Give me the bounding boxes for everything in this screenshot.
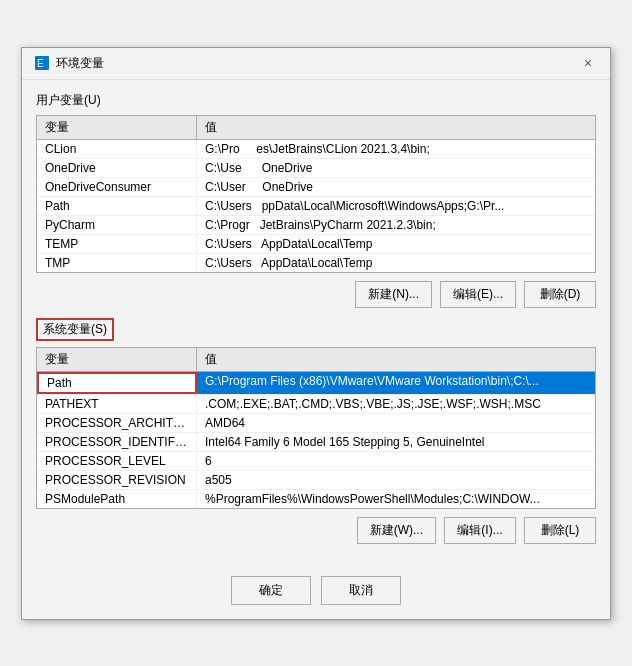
table-row[interactable]: PROCESSOR_IDENTIFIER Intel64 Family 6 Mo… [37, 433, 595, 452]
row-var: TEMP [37, 235, 197, 253]
row-val: C:\Users ppData\Local\Microsoft\WindowsA… [197, 197, 595, 215]
user-section-title: 用户变量(U) [36, 92, 596, 109]
table-row[interactable]: PROCESSOR_REVISION a505 [37, 471, 595, 490]
user-variables-table: 变量 值 CLion G:\Pro es\JetBrains\CLion 202… [36, 115, 596, 273]
table-row[interactable]: TMP C:\Users AppData\Local\Temp [37, 254, 595, 272]
system-edit-button[interactable]: 编辑(I)... [444, 517, 516, 544]
row-var: OneDriveConsumer [37, 178, 197, 196]
user-button-row: 新建(N)... 编辑(E)... 删除(D) [36, 281, 596, 308]
row-val: G:\Pro es\JetBrains\CLion 2021.3.4\bin; [197, 140, 595, 158]
row-var: PROCESSOR_LEVEL [37, 452, 197, 470]
row-val: C:\User OneDrive [197, 178, 595, 196]
dialog-title: 环境变量 [56, 55, 104, 72]
system-table-header: 变量 值 [37, 348, 595, 372]
table-row[interactable]: PROCESSOR_LEVEL 6 [37, 452, 595, 471]
close-button[interactable]: × [578, 53, 598, 73]
user-delete-button[interactable]: 删除(D) [524, 281, 596, 308]
row-val: C:\Progr JetBrains\PyCharm 2021.2.3\bin; [197, 216, 595, 234]
table-row[interactable]: PROCESSOR_ARCHITECT... AMD64 [37, 414, 595, 433]
row-var: OneDrive [37, 159, 197, 177]
system-variables-section: 系统变量(S) 变量 值 Path G:\Program Files (x86)… [36, 318, 596, 544]
row-val: C:\Users AppData\Local\Temp [197, 254, 595, 272]
row-val: C:\Use OneDrive [197, 159, 595, 177]
system-button-row: 新建(W)... 编辑(I)... 删除(L) [36, 517, 596, 544]
system-header-val: 值 [197, 348, 595, 371]
system-delete-button[interactable]: 删除(L) [524, 517, 596, 544]
row-var: PROCESSOR_IDENTIFIER [37, 433, 197, 451]
user-header-var: 变量 [37, 116, 197, 139]
table-row[interactable]: Path G:\Program Files (x86)\VMware\VMwar… [37, 372, 595, 395]
path-row-val: G:\Program Files (x86)\VMware\VMware Wor… [197, 372, 595, 394]
title-bar: E 环境变量 × [22, 48, 610, 80]
dialog-body: 用户变量(U) 变量 值 CLion G:\Pro es\JetBrains\C… [22, 80, 610, 566]
table-row[interactable]: Path C:\Users ppData\Local\Microsoft\Win… [37, 197, 595, 216]
user-variables-section: 用户变量(U) 变量 值 CLion G:\Pro es\JetBrains\C… [36, 92, 596, 308]
system-header-var: 变量 [37, 348, 197, 371]
table-row[interactable]: OneDrive C:\Use OneDrive [37, 159, 595, 178]
row-var: PROCESSOR_ARCHITECT... [37, 414, 197, 432]
table-row[interactable]: PyCharm C:\Progr JetBrains\PyCharm 2021.… [37, 216, 595, 235]
path-row-var: Path [37, 372, 197, 394]
user-new-button[interactable]: 新建(N)... [355, 281, 432, 308]
row-var: CLion [37, 140, 197, 158]
row-var: PSModulePath [37, 490, 197, 508]
row-val: %ProgramFiles%\WindowsPowerShell\Modules… [197, 490, 595, 508]
table-row[interactable]: TEMP C:\Users AppData\Local\Temp [37, 235, 595, 254]
svg-text:E: E [37, 58, 44, 69]
row-val: .COM;.EXE;.BAT;.CMD;.VBS;.VBE;.JS;.JSE;.… [197, 395, 595, 413]
row-var: PROCESSOR_REVISION [37, 471, 197, 489]
user-edit-button[interactable]: 编辑(E)... [440, 281, 516, 308]
row-val: a505 [197, 471, 595, 489]
table-row[interactable]: CLion G:\Pro es\JetBrains\CLion 2021.3.4… [37, 140, 595, 159]
row-var: Path [37, 197, 197, 215]
row-val: Intel64 Family 6 Model 165 Stepping 5, G… [197, 433, 595, 451]
user-header-val: 值 [197, 116, 595, 139]
row-val: C:\Users AppData\Local\Temp [197, 235, 595, 253]
user-table-header: 变量 值 [37, 116, 595, 140]
system-section-title-box: 系统变量(S) [36, 318, 114, 341]
system-new-button[interactable]: 新建(W)... [357, 517, 436, 544]
cancel-button[interactable]: 取消 [321, 576, 401, 605]
table-row[interactable]: OneDriveConsumer C:\User OneDrive [37, 178, 595, 197]
table-row[interactable]: PSModulePath %ProgramFiles%\WindowsPower… [37, 490, 595, 508]
row-var: PATHEXT [37, 395, 197, 413]
ok-button[interactable]: 确定 [231, 576, 311, 605]
table-row[interactable]: PATHEXT .COM;.EXE;.BAT;.CMD;.VBS;.VBE;.J… [37, 395, 595, 414]
row-var: PyCharm [37, 216, 197, 234]
environment-variables-dialog: E 环境变量 × 用户变量(U) 变量 值 CLion G:\Pro es\Je… [21, 47, 611, 620]
row-val: AMD64 [197, 414, 595, 432]
system-section-title: 系统变量(S) [43, 322, 107, 336]
row-var: TMP [37, 254, 197, 272]
system-variables-table: 变量 值 Path G:\Program Files (x86)\VMware\… [36, 347, 596, 509]
dialog-icon: E [34, 55, 50, 71]
row-val: 6 [197, 452, 595, 470]
footer-buttons: 确定 取消 [22, 566, 610, 619]
title-bar-left: E 环境变量 [34, 55, 104, 72]
